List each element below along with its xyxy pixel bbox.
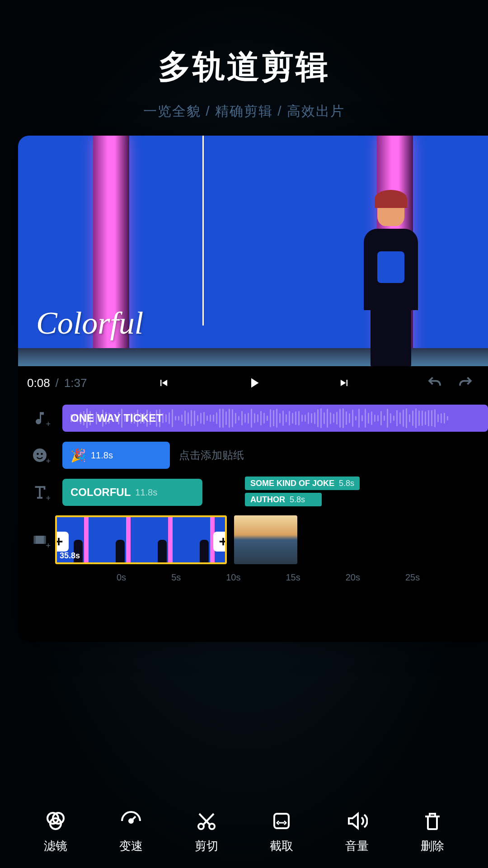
text-tag[interactable]: SOME KIND OF JOKE5.8s xyxy=(245,476,360,490)
delete-tool[interactable]: 删除 xyxy=(421,810,444,854)
music-label: ONE WAY TICKET xyxy=(70,412,163,425)
next-button[interactable] xyxy=(331,369,358,396)
svg-point-11 xyxy=(209,824,215,829)
time-current: 0:08 xyxy=(27,376,50,390)
video-track: + 35.8s xyxy=(18,513,488,567)
text-tag[interactable]: AUTHOR5.8s xyxy=(245,493,322,506)
video-clip-selected[interactable]: 35.8s xyxy=(55,515,227,564)
sticker-track: + 🎉 11.8s 点击添加贴纸 xyxy=(18,439,488,472)
playback-controls: 0:08 / 1:37 xyxy=(18,366,488,400)
clip-duration: 35.8s xyxy=(60,551,80,561)
text-tags: SOME KIND OF JOKE5.8s AUTHOR5.8s xyxy=(245,476,360,506)
time-separator: / xyxy=(56,376,59,390)
sticker-placeholder[interactable]: 点击添加贴纸 xyxy=(170,448,488,462)
header: 多轨道剪辑 一览全貌 / 精确剪辑 / 高效出片 xyxy=(0,0,488,121)
text-clip[interactable]: COLORFUL 11.8s xyxy=(62,479,202,506)
svg-point-10 xyxy=(198,824,204,829)
add-text-icon[interactable]: + xyxy=(26,479,53,506)
page-subtitle: 一览全貌 / 精确剪辑 / 高效出片 xyxy=(0,102,488,121)
overlay-text: Colorful xyxy=(36,305,143,341)
music-track: + ONE WAY TICKET xyxy=(18,401,488,435)
add-after-button[interactable] xyxy=(213,532,227,552)
playhead[interactable] xyxy=(202,136,204,326)
timeline-tracks: + ONE WAY TICKET + 🎉 11.8s 点击添加贴纸 + COLO… xyxy=(18,400,488,585)
sticker-clip[interactable]: 🎉 11.8s xyxy=(62,442,170,469)
text-track: + COLORFUL 11.8s SOME KIND OF JOKE5.8s A… xyxy=(18,476,488,509)
svg-rect-4 xyxy=(34,536,36,544)
sticker-duration: 11.8s xyxy=(91,450,113,461)
svg-rect-12 xyxy=(274,814,289,828)
add-before-button[interactable] xyxy=(55,532,69,552)
undo-button[interactable] xyxy=(421,369,448,396)
time-ruler: 0s5s10s15s20s25s xyxy=(18,572,488,583)
svg-point-0 xyxy=(33,448,47,462)
volume-tool[interactable]: 音量 xyxy=(345,810,369,854)
crop-tool[interactable]: 截取 xyxy=(270,810,293,854)
redo-button[interactable] xyxy=(452,369,479,396)
cut-tool[interactable]: 剪切 xyxy=(195,810,218,854)
page-title: 多轨道剪辑 xyxy=(0,45,488,89)
video-preview[interactable]: Colorful xyxy=(18,136,488,366)
music-clip[interactable]: ONE WAY TICKET xyxy=(62,405,488,432)
filter-tool[interactable]: 滤镜 xyxy=(44,810,67,854)
time-total: 1:37 xyxy=(64,376,87,390)
party-icon: 🎉 xyxy=(70,448,86,463)
svg-point-9 xyxy=(129,819,133,823)
speed-tool[interactable]: 变速 xyxy=(119,810,143,854)
svg-point-1 xyxy=(37,453,39,455)
text-duration: 11.8s xyxy=(135,487,157,498)
video-clip[interactable] xyxy=(234,515,297,564)
prev-button[interactable] xyxy=(150,369,177,396)
play-button[interactable] xyxy=(240,369,267,396)
add-sticker-icon[interactable]: + xyxy=(26,442,53,469)
add-music-icon[interactable]: + xyxy=(26,405,53,432)
svg-point-2 xyxy=(41,453,43,455)
bottom-toolbar: 滤镜 变速 剪切 截取 音量 删除 xyxy=(0,796,488,868)
add-video-icon[interactable]: + xyxy=(26,526,53,553)
text-label: COLORFUL xyxy=(70,486,131,499)
editor-card: Colorful 0:08 / 1:37 + ONE WAY TICKET + … xyxy=(18,136,488,642)
